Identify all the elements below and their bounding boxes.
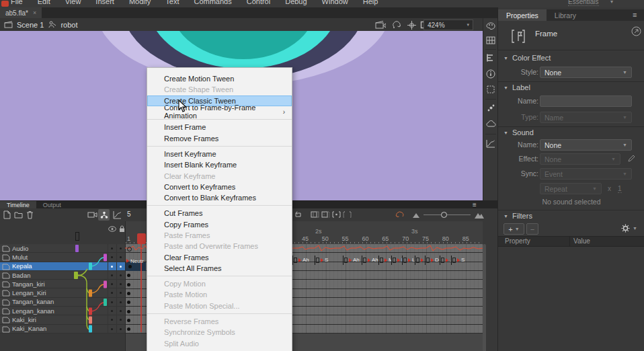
mouth-keyframe-segment[interactable]: Ah (292, 256, 315, 264)
menu-item[interactable]: Modify (129, 0, 151, 5)
menu-item[interactable]: Debug (285, 0, 307, 5)
section-filters[interactable]: ▼Filters (504, 212, 532, 220)
breadcrumb-symbol[interactable]: robot (61, 21, 77, 29)
loop-icon[interactable] (294, 210, 303, 219)
context-menu-item[interactable]: Clear Frames (147, 251, 292, 262)
gear-icon[interactable] (621, 224, 630, 233)
eye-icon[interactable] (108, 226, 116, 232)
mouth-keyframe-segment[interactable]: S (451, 256, 483, 264)
pencil-icon[interactable] (627, 155, 635, 163)
context-menu-item[interactable]: Convert to Blank Keyframes (147, 192, 292, 203)
new-folder-icon[interactable] (14, 210, 23, 219)
transform-icon[interactable] (486, 85, 495, 94)
context-menu-item[interactable]: Insert Blank Keyframe (147, 159, 292, 170)
context-menu-item[interactable] (147, 203, 292, 208)
context-menu-item[interactable]: Copy Motion (147, 278, 292, 289)
panel-menu-icon[interactable]: ≡ (633, 11, 637, 19)
onion-skin-icon[interactable] (311, 210, 319, 219)
context-menu-item[interactable]: Create Motion Tween (147, 73, 292, 84)
menu-item[interactable]: File (11, 0, 23, 5)
zoom-slider-track[interactable] (424, 214, 471, 215)
timeline-tab[interactable]: Timeline (0, 201, 36, 208)
remove-filter-button[interactable]: − (526, 223, 538, 235)
context-menu-item[interactable]: Convert to Frame-by-Frame Animation › (147, 106, 292, 117)
add-filter-button[interactable]: +▼ (504, 223, 524, 235)
zoom-level-select[interactable]: 424% ▾ (424, 20, 473, 30)
context-menu-item[interactable] (147, 144, 292, 149)
camera-icon[interactable] (87, 210, 97, 219)
parenting-marker-widget[interactable] (75, 232, 79, 241)
graph-view-icon[interactable] (113, 210, 122, 219)
menu-item[interactable]: Edit (38, 0, 50, 5)
panel-tab[interactable]: Library (547, 9, 584, 21)
section-label[interactable]: ▼Label (504, 83, 530, 91)
context-menu-item[interactable]: Remove Frames (147, 132, 292, 143)
large-preview-icon[interactable] (475, 211, 484, 219)
cc-libraries-icon[interactable] (486, 120, 496, 128)
mouth-keyframe-segment[interactable]: L (402, 256, 415, 264)
context-menu-item[interactable]: Paste Motion Special... (147, 301, 292, 311)
context-menu-item[interactable]: Create Shape Tween (147, 84, 292, 95)
context-menu-item[interactable]: Paste Frames (147, 230, 292, 241)
context-menu-item[interactable]: Select All Frames (147, 263, 292, 274)
context-menu-item[interactable] (147, 311, 292, 316)
context-menu-item[interactable]: Split Audio (147, 338, 292, 349)
context-menu-item[interactable]: Synchronize Symbols (147, 327, 292, 338)
lock-icon[interactable] (119, 225, 125, 233)
mouth-keyframe-segment[interactable]: ... (440, 256, 451, 264)
edit-multiple-frames-icon[interactable] (332, 210, 341, 219)
color-palette-icon[interactable] (486, 22, 495, 30)
style-dropdown[interactable]: None▼ (540, 67, 632, 78)
section-sound[interactable]: ▼Sound (504, 128, 534, 136)
context-menu-item[interactable]: Reverse Frames (147, 316, 292, 327)
mouth-keyframe-segment[interactable]: Ah (343, 256, 362, 264)
label-name-input[interactable] (540, 95, 632, 107)
onion-markers-icon[interactable] (343, 210, 352, 219)
workspace-switcher[interactable]: Essentials (568, 0, 599, 6)
context-menu-item[interactable]: Convert to Keyframes (147, 182, 292, 192)
info-icon[interactable] (486, 69, 495, 79)
mouth-keyframe-segment[interactable]: S (315, 256, 343, 264)
snap-dots-icon[interactable] (486, 104, 495, 113)
playhead[interactable] (137, 233, 146, 244)
context-menu-item[interactable]: Copy Frames (147, 219, 292, 230)
sound-name-dropdown[interactable]: None▼ (540, 139, 632, 151)
section-color-effect[interactable]: ▼Color Effect (504, 54, 551, 62)
circle-arrow-icon[interactable] (631, 26, 641, 36)
menu-item[interactable]: Commands (194, 0, 231, 5)
timeline-scrollbar[interactable] (483, 244, 486, 351)
camera-icon[interactable] (375, 21, 386, 29)
context-menu-item[interactable]: Insert Keyframe (147, 149, 292, 159)
mouth-keyframe-segment[interactable]: Ah (362, 256, 378, 264)
panel-tab[interactable]: Properties (498, 9, 547, 21)
mouth-keyframe-segment[interactable]: E (391, 256, 402, 264)
small-preview-icon[interactable] (413, 212, 419, 218)
context-menu-item[interactable]: Paste and Overwrite Frames (147, 241, 292, 251)
context-menu-item[interactable]: Paste Motion (147, 289, 292, 300)
repeat-count-hotspot[interactable]: 1 (618, 185, 622, 193)
menu-item[interactable]: Control (247, 0, 270, 5)
swatches-icon[interactable] (486, 36, 495, 44)
mouth-keyframe-segment[interactable]: M (378, 256, 391, 264)
align-icon[interactable] (486, 54, 495, 62)
breadcrumb-scene[interactable]: Scene 1 (17, 21, 44, 29)
context-menu-item[interactable]: Cut Frames (147, 208, 292, 219)
panel-menu-icon[interactable]: ≡ (473, 201, 477, 208)
context-menu-item[interactable]: Insert Frame (147, 122, 292, 132)
context-menu-item[interactable]: Clear Keyframe (147, 170, 292, 181)
timeline-tab[interactable]: Output (36, 201, 68, 208)
mouth-keyframe-segment[interactable]: Uh (415, 256, 425, 264)
menu-item[interactable]: Window (322, 0, 348, 5)
rotation-icon[interactable] (392, 21, 401, 29)
new-layer-icon[interactable] (3, 210, 11, 219)
close-icon[interactable]: × (33, 9, 36, 16)
menu-item[interactable]: View (65, 0, 81, 5)
zoom-slider-knob[interactable] (441, 212, 447, 218)
onion-skin-outline-icon[interactable] (321, 210, 330, 219)
menu-item[interactable]: Text (165, 0, 179, 5)
center-stage-icon[interactable] (407, 21, 416, 30)
mouth-keyframe-segment[interactable]: D (425, 256, 440, 264)
menu-item[interactable]: Insert (95, 0, 114, 5)
delete-layer-icon[interactable] (26, 210, 34, 219)
remove-tween-icon[interactable] (395, 210, 404, 219)
